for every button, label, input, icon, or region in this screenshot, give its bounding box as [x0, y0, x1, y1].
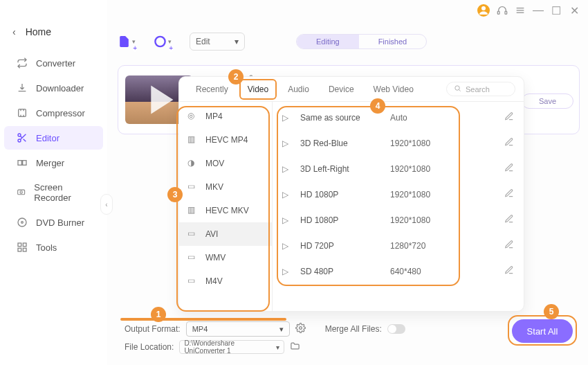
- sidebar-item-downloader[interactable]: Downloader: [4, 76, 103, 100]
- svg-rect-2: [505, 11, 507, 14]
- svg-point-17: [21, 222, 24, 224]
- svg-marker-23: [151, 86, 173, 114]
- edit-preset-icon[interactable]: [504, 214, 514, 226]
- svg-rect-1: [497, 11, 499, 14]
- sidebar-item-compressor[interactable]: Compressor: [4, 101, 103, 125]
- tab-audio[interactable]: Audio: [279, 79, 318, 100]
- titlebar: — ☐ ✕: [469, 0, 588, 21]
- disc-icon: [17, 217, 28, 228]
- annotation-badge-3: 3: [167, 187, 183, 202]
- chevron-down-icon: ▾: [279, 325, 284, 334]
- svg-line-10: [24, 139, 26, 142]
- annotation-badge-1: 1: [151, 307, 166, 322]
- sidebar-item-screen-recorder[interactable]: Screen Recorder: [4, 176, 103, 209]
- close-icon[interactable]: ✕: [569, 5, 580, 16]
- bottom-bar: Output Format: MP4 ▾ Merge All Files: St…: [118, 319, 580, 358]
- svg-point-30: [299, 327, 302, 330]
- scissors-icon: [17, 132, 28, 143]
- nav-label: Screen Recorder: [34, 182, 91, 203]
- edit-preset-icon[interactable]: [504, 112, 514, 123]
- merge-toggle[interactable]: [387, 324, 405, 334]
- plus-icon: +: [169, 44, 173, 52]
- edit-preset-icon[interactable]: [504, 240, 514, 251]
- maximize-icon[interactable]: ☐: [551, 5, 562, 16]
- svg-rect-19: [23, 243, 26, 247]
- svg-rect-20: [18, 248, 21, 251]
- headset-icon[interactable]: [497, 5, 508, 16]
- search-icon: [454, 84, 461, 94]
- edit-preset-icon[interactable]: [504, 265, 514, 277]
- download-icon: [17, 82, 28, 94]
- merger-icon: [17, 157, 28, 168]
- tab-device[interactable]: Device: [320, 79, 362, 100]
- minimize-icon[interactable]: —: [533, 5, 544, 16]
- status-segment: Editing Finished: [296, 34, 427, 49]
- chevron-left-icon: ‹: [12, 26, 16, 37]
- menu-icon[interactable]: [515, 5, 526, 16]
- annotation-box-1: [120, 318, 286, 321]
- recorder-icon: [17, 187, 26, 198]
- sidebar-item-converter[interactable]: Converter: [4, 51, 103, 75]
- compressor-icon: [17, 107, 28, 118]
- svg-line-29: [459, 89, 460, 91]
- annotation-box-3: [176, 106, 270, 312]
- output-format-value: MP4: [192, 325, 208, 333]
- svg-point-16: [18, 218, 26, 226]
- svg-point-15: [20, 191, 22, 193]
- add-file-button[interactable]: +▾: [118, 33, 136, 51]
- avatar[interactable]: [477, 4, 490, 17]
- nav-label: Merger: [36, 158, 64, 168]
- sidebar: ‹ Home Converter Downloader Compressor E…: [0, 0, 107, 365]
- file-location-dropdown[interactable]: D:\Wondershare UniConverter 1 ▾: [179, 340, 284, 354]
- edit-dropdown[interactable]: Edit ▾: [190, 33, 245, 51]
- svg-rect-18: [18, 243, 21, 247]
- svg-rect-13: [23, 161, 26, 166]
- edit-preset-icon[interactable]: [504, 163, 514, 175]
- nav-label: Converter: [36, 58, 75, 69]
- back-label: Home: [26, 26, 51, 37]
- edit-preset-icon[interactable]: [504, 188, 514, 200]
- nav-label: Editor: [36, 133, 59, 143]
- nav-label: Downloader: [36, 83, 84, 94]
- sidebar-item-dvd-burner[interactable]: DVD Burner: [4, 211, 103, 234]
- sidebar-item-tools[interactable]: Tools: [4, 235, 103, 259]
- chevron-down-icon: ▾: [276, 344, 279, 351]
- tab-recently[interactable]: Recently: [187, 79, 237, 100]
- svg-line-11: [20, 136, 22, 138]
- format-search[interactable]: Search: [446, 82, 515, 96]
- plus-icon: +: [133, 44, 137, 52]
- svg-rect-14: [18, 190, 25, 195]
- svg-rect-6: [19, 109, 26, 117]
- svg-point-28: [455, 86, 459, 90]
- annotation-badge-2: 2: [228, 69, 244, 84]
- tab-video[interactable]: Video: [239, 79, 277, 100]
- search-placeholder: Search: [466, 85, 490, 94]
- svg-rect-21: [23, 248, 26, 251]
- chevron-down-icon: ▾: [235, 37, 239, 46]
- svg-rect-12: [18, 161, 21, 166]
- tab-web-video[interactable]: Web Video: [365, 79, 422, 100]
- main: +▾ +▾ Edit ▾ Editing Finished Save Recen…: [118, 28, 580, 358]
- back-home[interactable]: ‹ Home: [0, 21, 107, 50]
- segment-editing[interactable]: Editing: [297, 35, 359, 48]
- sidebar-collapse-handle[interactable]: ‹: [100, 194, 113, 215]
- add-circle-button[interactable]: +▾: [154, 33, 172, 51]
- file-location-label: File Location:: [125, 342, 174, 352]
- annotation-badge-4: 4: [370, 98, 385, 114]
- converter-icon: [17, 57, 28, 69]
- sidebar-item-merger[interactable]: Merger: [4, 151, 103, 175]
- output-format-dropdown[interactable]: MP4 ▾: [186, 321, 290, 337]
- svg-point-7: [18, 134, 21, 136]
- nav-label: Compressor: [36, 108, 85, 118]
- edit-preset-icon[interactable]: [504, 137, 514, 149]
- gear-icon[interactable]: [295, 323, 306, 335]
- nav-label: DVD Burner: [36, 217, 84, 228]
- save-button[interactable]: Save: [522, 94, 573, 109]
- segment-finished[interactable]: Finished: [359, 35, 427, 48]
- merge-label: Merge All Files:: [325, 324, 382, 334]
- sidebar-item-editor[interactable]: Editor: [4, 126, 103, 150]
- grid-icon: [17, 242, 28, 253]
- annotation-box-5: [508, 315, 577, 346]
- folder-icon[interactable]: [290, 341, 300, 353]
- annotation-box-4: [277, 106, 460, 286]
